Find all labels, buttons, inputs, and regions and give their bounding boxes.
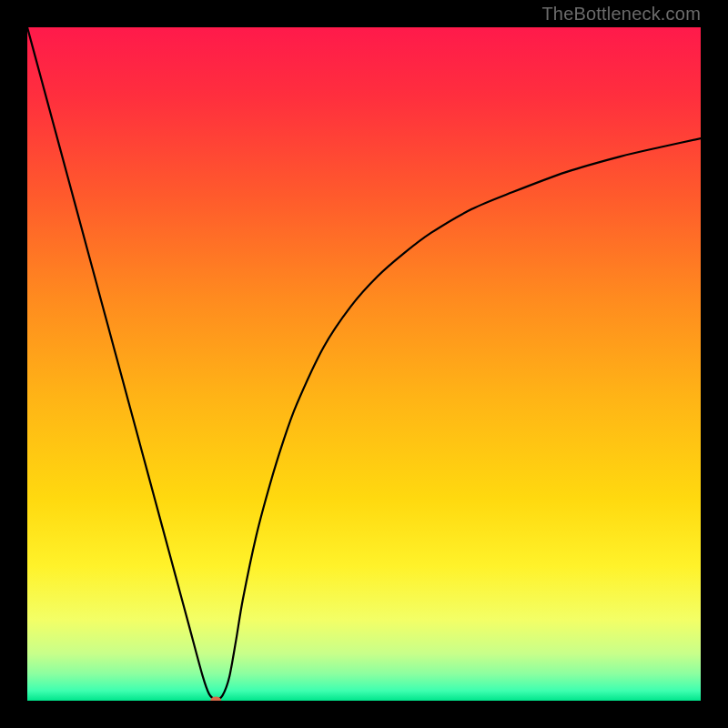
curve-layer (27, 27, 701, 701)
plot-area (27, 27, 701, 701)
watermark-label: TheBottleneck.com (541, 4, 701, 25)
chart-frame: TheBottleneck.com (0, 0, 728, 728)
bottleneck-curve (27, 27, 701, 700)
